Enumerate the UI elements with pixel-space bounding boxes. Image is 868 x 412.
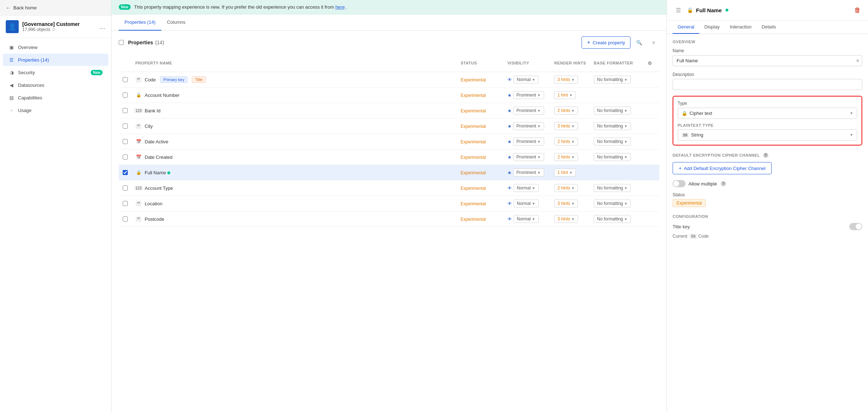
visibility-dropdown[interactable]: Normal ▼ xyxy=(514,200,539,207)
row-checkbox[interactable] xyxy=(123,77,128,82)
org-avatar: 👤 xyxy=(6,20,19,33)
allow-multiple-help-icon[interactable]: ? xyxy=(721,181,726,186)
banner-new-badge: New xyxy=(119,4,131,10)
hints-dropdown[interactable]: 3 hints ▼ xyxy=(554,200,578,207)
visibility-dropdown[interactable]: Prominent ▼ xyxy=(513,169,544,176)
visibility-dropdown[interactable]: Normal ▼ xyxy=(514,215,539,223)
filter-icon: ▿ xyxy=(652,40,655,45)
visibility-dropdown[interactable]: Prominent ▼ xyxy=(513,122,544,130)
sidebar-item-overview[interactable]: ▣ Overview xyxy=(3,41,108,53)
create-property-button[interactable]: + Create property xyxy=(582,36,630,49)
visibility-dropdown[interactable]: Prominent ▼ xyxy=(513,138,544,145)
hints-dropdown[interactable]: 2 hints ▼ xyxy=(554,153,578,161)
formatter-cell: No formatting ▼ xyxy=(590,134,641,149)
hints-dropdown[interactable]: 2 hints ▼ xyxy=(554,107,578,115)
plaintext-type-select[interactable]: 99 String ▼ xyxy=(678,129,857,140)
delete-button[interactable]: 🗑 xyxy=(853,5,862,15)
hints-dropdown[interactable]: 1 hint ▼ xyxy=(554,169,576,176)
hints-dropdown[interactable]: 3 hints ▼ xyxy=(554,122,578,130)
name-clear-button[interactable]: × xyxy=(856,58,859,64)
title-key-toggle[interactable] xyxy=(849,223,862,230)
name-input[interactable] xyxy=(673,55,862,66)
search-button[interactable]: 🔍 xyxy=(633,37,645,48)
hints-dropdown[interactable]: 2 hints ▼ xyxy=(554,184,578,192)
encryption-help-icon[interactable]: ? xyxy=(763,153,768,158)
filter-button[interactable]: ▿ xyxy=(648,37,659,48)
plaintext-type-label: PLAINTEXT TYPE xyxy=(678,123,857,127)
sidebar-item-usage[interactable]: ▫ Usage xyxy=(3,104,108,116)
org-more-button[interactable]: … xyxy=(99,23,105,31)
sidebar-item-security[interactable]: ◑ Security New xyxy=(3,66,108,79)
visibility-dropdown[interactable]: Prominent ▼ xyxy=(513,91,544,99)
back-home-button[interactable]: ← Back home xyxy=(0,0,111,16)
visibility-arrow: ▼ xyxy=(537,171,541,175)
row-checkbox[interactable] xyxy=(123,139,128,144)
formatter-dropdown[interactable]: No formatting ▼ xyxy=(594,76,631,84)
visibility-dropdown[interactable]: Prominent ▼ xyxy=(513,153,544,161)
hints-dropdown[interactable]: 2 hints ▼ xyxy=(554,138,578,145)
select-all-checkbox[interactable] xyxy=(119,40,124,45)
formatter-dropdown[interactable]: No formatting ▼ xyxy=(594,184,631,192)
row-checkbox[interactable] xyxy=(123,124,128,129)
formatter-dropdown[interactable]: No formatting ▼ xyxy=(594,122,631,130)
status-label: Status xyxy=(673,192,862,197)
visibility-cell: ★ Prominent ▼ xyxy=(504,149,551,165)
panel-collapse-button[interactable]: ☰ xyxy=(673,4,684,16)
chart-icon: ▫ xyxy=(9,107,14,113)
row-checkbox[interactable] xyxy=(123,93,128,98)
hints-dropdown[interactable]: 3 hints ▼ xyxy=(554,76,578,84)
rp-tab-display[interactable]: Display xyxy=(699,21,725,34)
sidebar-item-properties[interactable]: ☰ Properties (14) xyxy=(3,54,108,66)
hints-dropdown[interactable]: 1 hint ▼ xyxy=(554,91,576,99)
formatter-dropdown[interactable]: No formatting ▼ xyxy=(594,200,631,207)
visibility-cell: ★ Prominent ▼ xyxy=(504,103,551,118)
tab-columns[interactable]: Columns xyxy=(161,14,191,31)
table-settings-button[interactable]: ⚙ xyxy=(644,57,656,69)
prop-name: Account Number xyxy=(145,93,180,98)
star-icon[interactable]: ☆ xyxy=(52,27,56,32)
main-content: New This property mapping experience is … xyxy=(112,0,666,412)
formatter-dropdown[interactable]: No formatting ▼ xyxy=(594,215,631,223)
formatter-cell: No formatting ▼ xyxy=(590,211,641,227)
visibility-arrow: ▼ xyxy=(532,78,535,82)
sidebar-item-capabilities[interactable]: ▧ Capabilities xyxy=(3,91,108,104)
table-row: 123 Bank Id Experimental ★ Prominent ▼ 2… xyxy=(119,103,659,118)
row-checkbox[interactable] xyxy=(123,185,128,191)
banner-here-link[interactable]: here xyxy=(335,4,345,10)
rp-tab-details[interactable]: Details xyxy=(757,21,781,34)
sidebar-item-datasources[interactable]: ◀ Datasources xyxy=(3,79,108,91)
formatter-arrow: ▼ xyxy=(624,217,628,221)
table-row: ❛❜ Code Primary keyTitle Experimental 👁 … xyxy=(119,72,659,88)
row-checkbox-cell xyxy=(119,196,132,211)
formatter-dropdown[interactable]: No formatting ▼ xyxy=(594,153,631,161)
status-cell: Experimental xyxy=(457,211,504,227)
hints-cell: 1 hint ▼ xyxy=(551,88,590,103)
visibility-dropdown[interactable]: Normal ▼ xyxy=(514,76,539,84)
visibility-dropdown[interactable]: Normal ▼ xyxy=(514,184,539,192)
banner-text: This property mapping experience is new.… xyxy=(134,4,348,10)
hints-cell: 2 hints ▼ xyxy=(551,180,590,196)
allow-multiple-toggle[interactable] xyxy=(673,180,686,187)
row-checkbox[interactable] xyxy=(123,108,128,113)
row-checkbox[interactable] xyxy=(123,170,128,175)
type-select[interactable]: 🔒 Cipher text ▼ xyxy=(678,108,857,119)
row-checkbox-cell xyxy=(119,149,132,165)
rp-tab-interaction[interactable]: Interaction xyxy=(725,21,757,34)
hints-dropdown[interactable]: 3 hints ▼ xyxy=(554,215,578,223)
tab-properties[interactable]: Properties (14) xyxy=(119,14,161,31)
add-cipher-channel-button[interactable]: + Add Default Encryption Cipher Channel xyxy=(673,162,772,174)
row-checkbox[interactable] xyxy=(123,201,128,206)
primary-key-tag: Primary key xyxy=(160,76,187,83)
formatter-dropdown[interactable]: No formatting ▼ xyxy=(594,107,631,115)
rp-tab-general[interactable]: General xyxy=(673,21,699,34)
formatter-arrow: ▼ xyxy=(624,140,628,144)
plaintext-type-field: PLAINTEXT TYPE 99 String ▼ xyxy=(678,123,857,140)
row-checkbox[interactable] xyxy=(123,216,128,221)
status-value: Experimental xyxy=(461,139,486,144)
active-dot xyxy=(725,9,728,12)
row-checkbox-cell xyxy=(119,118,132,134)
formatter-dropdown[interactable]: No formatting ▼ xyxy=(594,138,631,145)
row-checkbox[interactable] xyxy=(123,154,128,160)
visibility-dropdown[interactable]: Prominent ▼ xyxy=(513,107,544,115)
description-input[interactable] xyxy=(673,79,862,90)
